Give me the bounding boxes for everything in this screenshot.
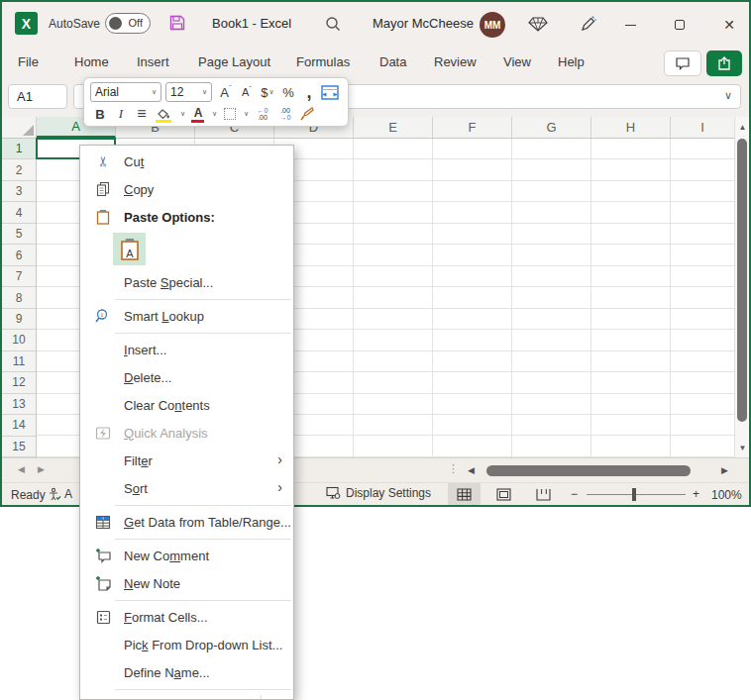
zoom-out-button[interactable]: − [571,487,578,501]
close-button[interactable]: ✕ [712,10,746,40]
scroll-up-icon[interactable]: ▲ [735,119,750,135]
share-button[interactable] [706,50,742,76]
shrink-font-button[interactable]: Aˇ [237,82,257,102]
menu-item-copy[interactable]: Copy [80,175,293,203]
name-box[interactable]: A1 [8,84,67,109]
menu-item-link[interactable]: Link › [80,692,293,700]
menu-item-new-comment[interactable]: New Comment [80,542,293,569]
menu-item-get-data[interactable]: Get Data from Table/Range... [80,508,293,536]
user-name[interactable]: Mayor McCheese [373,16,474,31]
row-header-15[interactable]: 15 [2,437,36,457]
paste-keep-source-button[interactable]: A [113,233,146,265]
fill-color-dropdown[interactable]: ∨ [177,104,187,124]
view-page-break-button[interactable] [527,483,560,505]
tab-page-layout[interactable]: Page Layout [198,48,270,75]
italic-button[interactable]: I [111,104,131,124]
fill-color-button[interactable] [153,104,176,124]
zoom-level[interactable]: 100% [711,488,742,502]
menu-item-delete[interactable]: Delete... [80,363,293,391]
merge-center-button[interactable] [320,82,340,102]
menu-item-insert[interactable]: Insert... [80,336,293,363]
comments-button[interactable] [664,50,701,76]
menu-item-paste-special[interactable]: Paste Special... [80,268,293,296]
menu-item-define-name[interactable]: Define Name... [80,658,293,686]
column-header-h[interactable]: H [591,117,671,138]
view-normal-button[interactable] [448,483,481,505]
row-header-11[interactable]: 11 [2,351,36,372]
search-icon[interactable] [324,15,342,37]
zoom-slider-track[interactable] [587,494,686,495]
excel-logo-icon[interactable]: X [15,12,38,35]
font-color-dropdown[interactable]: ∨ [209,104,219,124]
pen-sparkle-icon[interactable] [578,14,597,38]
formula-bar-expand-icon[interactable]: ∨ [724,89,732,102]
row-header-1[interactable]: 1 [2,139,36,159]
tab-view[interactable]: View [503,48,531,75]
accessibility-status[interactable]: A [48,487,72,501]
column-header-e[interactable]: E [354,117,433,138]
align-button[interactable]: ≡ [132,104,152,124]
menu-item-sort[interactable]: Sort › [80,474,293,502]
avatar[interactable]: MM [480,12,505,38]
menu-item-smart-lookup[interactable]: i Smart Lookup [80,302,293,330]
row-header-2[interactable]: 2 [2,159,36,180]
zoom-slider-thumb[interactable] [632,488,636,501]
autosave-toggle[interactable]: Off [105,13,151,34]
font-size-select[interactable]: 12∨ [165,82,212,102]
row-header-12[interactable]: 12 [2,372,36,393]
row-header-3[interactable]: 3 [2,181,36,202]
row-header-8[interactable]: 8 [2,287,36,308]
row-header-9[interactable]: 9 [2,309,36,330]
row-header-5[interactable]: 5 [2,224,36,245]
row-header-6[interactable]: 6 [2,245,36,265]
gem-icon[interactable] [528,14,548,38]
maximize-button[interactable] [663,10,697,40]
column-header-i[interactable]: I [671,117,734,138]
hscroll-right-icon[interactable]: ▶ [721,465,728,475]
tab-review[interactable]: Review [434,48,477,75]
menu-item-format-cells[interactable]: Format Cells... [80,603,293,631]
scroll-down-icon[interactable]: ▼ [735,440,750,455]
row-header-4[interactable]: 4 [2,202,36,223]
increase-decimal-button[interactable]: ←0 .00 [252,104,273,124]
menu-item-filter[interactable]: Filter › [80,447,293,474]
column-header-g[interactable]: G [512,117,591,138]
font-name-select[interactable]: Arial∨ [90,82,161,102]
tab-insert[interactable]: Insert [137,48,169,75]
vertical-scrollbar-thumb[interactable] [737,139,747,422]
sheet-nav-left-icon[interactable]: ◀ [18,464,25,474]
row-header-10[interactable]: 10 [2,330,36,350]
column-header-f[interactable]: F [433,117,512,138]
select-all-corner[interactable] [2,117,37,138]
tab-formulas[interactable]: Formulas [296,48,350,75]
minimize-button[interactable] [613,10,647,40]
percent-style-button[interactable]: % [278,82,298,102]
borders-button[interactable] [220,104,240,124]
tab-help[interactable]: Help [558,48,585,75]
hscroll-left-icon[interactable]: ◀ [468,465,475,475]
tab-data[interactable]: Data [379,48,406,75]
save-icon[interactable] [168,14,186,36]
display-settings[interactable]: Display Settings [326,486,431,500]
zoom-in-button[interactable]: + [693,487,699,501]
borders-dropdown[interactable]: ∨ [241,104,251,124]
horizontal-scrollbar-thumb[interactable] [486,465,691,476]
menu-item-clear-contents[interactable]: Clear Contents [80,391,293,419]
grow-font-button[interactable]: Aˆ [216,82,236,102]
row-header-13[interactable]: 13 [2,394,36,415]
accounting-format-button[interactable]: $∨ [258,82,277,102]
row-header-14[interactable]: 14 [2,415,36,436]
tab-file[interactable]: File [18,48,39,75]
font-color-button[interactable]: A [188,104,208,124]
tab-home[interactable]: Home [74,48,109,75]
row-header-7[interactable]: 7 [2,266,36,287]
scrollbar-grip-icon[interactable]: ⋮ [448,462,459,475]
decrease-decimal-button[interactable]: .00 →0 [274,104,296,124]
sheet-nav-right-icon[interactable]: ▶ [38,464,45,474]
bold-button[interactable]: B [90,104,110,124]
format-painter-button[interactable] [297,104,317,124]
menu-item-cut[interactable]: ✂ Cut [80,148,293,175]
menu-item-pick-from-list[interactable]: Pick From Drop-down List... [80,631,293,658]
menu-item-new-note[interactable]: New Note [80,569,293,597]
view-page-layout-button[interactable] [487,483,520,505]
